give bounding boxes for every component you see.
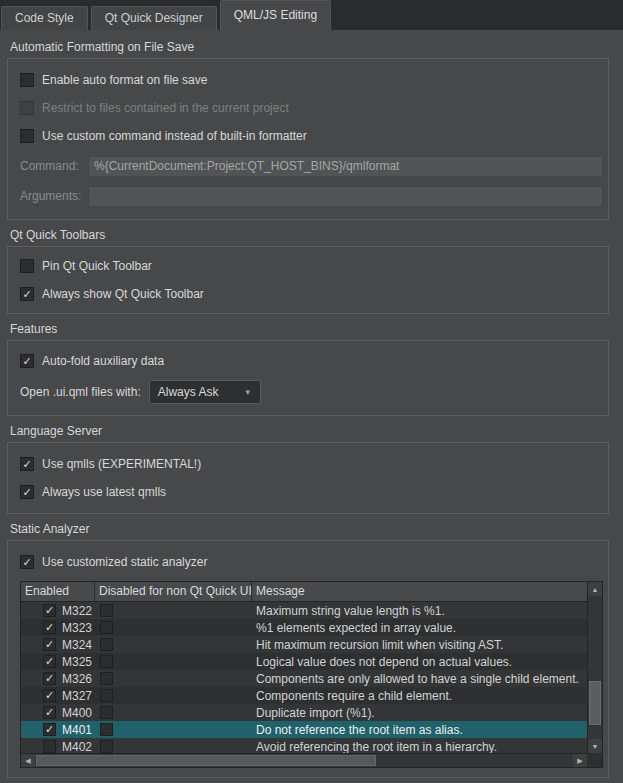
- use-custom-analyzer-checkbox[interactable]: ✓: [20, 555, 34, 569]
- group-title-toolbars: Qt Quick Toolbars: [10, 228, 609, 242]
- row-disabled-non-qtquick-checkbox[interactable]: [100, 621, 113, 634]
- scroll-up-icon[interactable]: ▲: [588, 582, 602, 596]
- check-message: %1 elements expected in array value.: [252, 621, 587, 635]
- pin-toolbar-checkbox[interactable]: [20, 259, 34, 273]
- enable-auto-format-checkbox[interactable]: [20, 73, 34, 87]
- vertical-scrollbar-thumb[interactable]: [589, 681, 601, 725]
- horizontal-scrollbar[interactable]: ◀ ▶: [21, 753, 587, 767]
- always-show-toolbar-label: Always show Qt Quick Toolbar: [42, 287, 204, 301]
- check-message: Logical value does not depend on actual …: [252, 655, 587, 669]
- group-title-language-server: Language Server: [10, 424, 609, 438]
- analyzer-table-header: Enabled Disabled for non Qt Quick UI Mes…: [21, 582, 587, 602]
- table-row[interactable]: ✓M325Logical value does not depend on ac…: [21, 653, 587, 670]
- scroll-down-icon[interactable]: ▼: [588, 739, 602, 753]
- enable-auto-format-label: Enable auto format on file save: [42, 73, 207, 87]
- use-custom-command-checkbox[interactable]: [20, 129, 34, 143]
- table-row[interactable]: ✓M324Hit maximum recursion limit when vi…: [21, 636, 587, 653]
- latest-qmlls-checkbox[interactable]: ✓: [20, 485, 34, 499]
- analyzer-table-body: ✓M322Maximum string value length is %1.✓…: [21, 602, 587, 753]
- tab-qml-js-editing[interactable]: QML/JS Editing: [220, 0, 331, 30]
- check-code: M324: [62, 638, 92, 652]
- auto-fold-checkbox[interactable]: ✓: [20, 354, 34, 368]
- group-static-analyzer: ✓ Use customized static analyzer Enabled…: [7, 540, 609, 778]
- arguments-label: Arguments:: [20, 189, 88, 203]
- use-qmlls-checkbox[interactable]: ✓: [20, 457, 34, 471]
- check-code: M401: [62, 723, 92, 737]
- row-pin-toolbar: Pin Qt Quick Toolbar: [20, 257, 603, 275]
- group-language-server: ✓ Use qmlls (EXPERIMENTAL!) ✓ Always use…: [7, 442, 609, 514]
- tab-qt-quick-designer[interactable]: Qt Quick Designer: [91, 6, 217, 30]
- vertical-scrollbar[interactable]: ▲ ▼: [587, 582, 602, 753]
- check-message: Components require a child element.: [252, 689, 587, 703]
- row-disabled-non-qtquick-checkbox[interactable]: [100, 604, 113, 617]
- row-disabled-non-qtquick-checkbox[interactable]: [100, 740, 113, 753]
- command-label: Command:: [20, 159, 88, 173]
- arguments-input: [88, 186, 603, 207]
- row-use-qmlls: ✓ Use qmlls (EXPERIMENTAL!): [20, 455, 603, 473]
- row-enabled-checkbox[interactable]: ✓: [43, 706, 56, 719]
- row-enabled-checkbox[interactable]: ✓: [43, 689, 56, 702]
- restrict-files-checkbox: [20, 101, 34, 115]
- row-auto-fold: ✓ Auto-fold auxiliary data: [20, 352, 603, 370]
- row-enabled-checkbox[interactable]: [43, 740, 56, 753]
- table-row[interactable]: ✓M322Maximum string value length is %1.: [21, 602, 587, 619]
- row-latest-qmlls: ✓ Always use latest qmlls: [20, 483, 603, 501]
- open-uiqml-combobox[interactable]: Always Ask ▼: [149, 380, 261, 404]
- row-always-show-toolbar: ✓ Always show Qt Quick Toolbar: [20, 285, 603, 303]
- check-code: M326: [62, 672, 92, 686]
- restrict-files-label: Restrict to files contained in the curre…: [42, 101, 289, 115]
- table-row[interactable]: ✓M400Duplicate import (%1).: [21, 704, 587, 721]
- check-code: M325: [62, 655, 92, 669]
- row-enabled-checkbox[interactable]: ✓: [43, 672, 56, 685]
- scroll-right-icon[interactable]: ▶: [573, 754, 587, 767]
- table-row[interactable]: ✓M323%1 elements expected in array value…: [21, 619, 587, 636]
- row-enabled-checkbox[interactable]: ✓: [43, 655, 56, 668]
- row-arguments: Arguments:: [20, 185, 603, 207]
- row-enabled-checkbox[interactable]: ✓: [43, 638, 56, 651]
- use-qmlls-label: Use qmlls (EXPERIMENTAL!): [42, 457, 201, 471]
- table-row[interactable]: ✓M401Do not reference the root item as a…: [21, 721, 587, 738]
- check-code: M400: [62, 706, 92, 720]
- row-disabled-non-qtquick-checkbox[interactable]: [100, 706, 113, 719]
- row-open-uiqml: Open .ui.qml files with: Always Ask ▼: [20, 380, 603, 404]
- check-code: M323: [62, 621, 92, 635]
- check-message: Hit maximum recursion limit when visitin…: [252, 638, 587, 652]
- check-message: Components are only allowed to have a si…: [252, 672, 587, 686]
- latest-qmlls-label: Always use latest qmlls: [42, 485, 166, 499]
- column-header-enabled: Enabled: [21, 582, 95, 601]
- column-header-disabled-non-qtquick: Disabled for non Qt Quick UI: [95, 582, 252, 601]
- use-custom-analyzer-label: Use customized static analyzer: [42, 555, 207, 569]
- row-restrict-files: Restrict to files contained in the curre…: [20, 99, 603, 117]
- tab-code-style[interactable]: Code Style: [1, 6, 88, 30]
- check-message: Do not reference the root item as alias.: [252, 723, 587, 737]
- check-message: Duplicate import (%1).: [252, 706, 587, 720]
- auto-fold-label: Auto-fold auxiliary data: [42, 354, 164, 368]
- check-code: M327: [62, 689, 92, 703]
- horizontal-scrollbar-thumb[interactable]: [36, 755, 376, 766]
- chevron-down-icon: ▼: [244, 388, 252, 397]
- always-show-toolbar-checkbox[interactable]: ✓: [20, 287, 34, 301]
- table-row[interactable]: ✓M327Components require a child element.: [21, 687, 587, 704]
- table-row[interactable]: M402Avoid referencing the root item in a…: [21, 738, 587, 753]
- row-disabled-non-qtquick-checkbox[interactable]: [100, 689, 113, 702]
- group-title-auto-format: Automatic Formatting on File Save: [10, 40, 609, 54]
- row-command: Command:: [20, 155, 603, 177]
- column-header-message: Message: [252, 582, 587, 601]
- row-use-custom-command: Use custom command instead of built-in f…: [20, 127, 603, 145]
- row-disabled-non-qtquick-checkbox[interactable]: [100, 672, 113, 685]
- table-row[interactable]: ✓M326Components are only allowed to have…: [21, 670, 587, 687]
- row-enabled-checkbox[interactable]: ✓: [43, 621, 56, 634]
- row-disabled-non-qtquick-checkbox[interactable]: [100, 655, 113, 668]
- command-input: [88, 156, 603, 177]
- scrollbar-corner: [587, 753, 602, 767]
- open-uiqml-selected-value: Always Ask: [158, 385, 219, 399]
- use-custom-command-label: Use custom command instead of built-in f…: [42, 129, 307, 143]
- row-enabled-checkbox[interactable]: ✓: [43, 604, 56, 617]
- group-title-static-analyzer: Static Analyzer: [10, 522, 609, 536]
- group-features: ✓ Auto-fold auxiliary data Open .ui.qml …: [7, 340, 609, 416]
- row-disabled-non-qtquick-checkbox[interactable]: [100, 723, 113, 736]
- row-disabled-non-qtquick-checkbox[interactable]: [100, 638, 113, 651]
- scroll-left-icon[interactable]: ◀: [21, 754, 35, 767]
- check-code: M322: [62, 604, 92, 618]
- row-enabled-checkbox[interactable]: ✓: [43, 723, 56, 736]
